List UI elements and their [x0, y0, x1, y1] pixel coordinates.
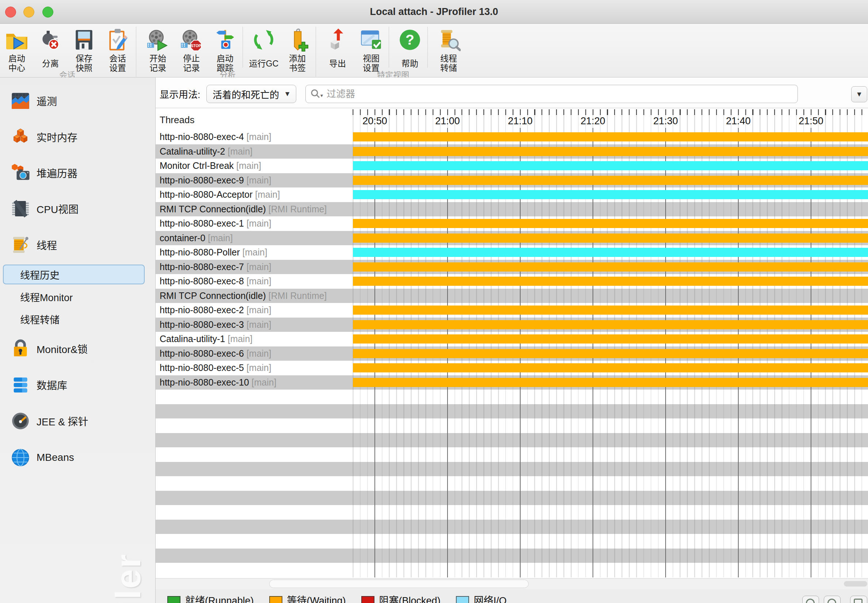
- toolbar-button-label: 停止 记录: [175, 54, 208, 73]
- toolbar-button-start-tracking[interactable]: 启动 跟踪: [208, 27, 242, 73]
- thread-state-bar-waiting: [353, 363, 868, 373]
- sidebar-item-遥测[interactable]: 遥测: [0, 88, 155, 114]
- start-center-icon: [0, 27, 34, 53]
- usage-dropdown[interactable]: 活着的和死亡的 ▼: [206, 85, 296, 103]
- thread-state-bar-waiting: [353, 334, 868, 343]
- toolbar-button-label: 会话 设置: [101, 54, 134, 73]
- sidebar-item-数据库[interactable]: 数据库: [0, 372, 155, 398]
- thread-row-label: Catalina-utility-2 [main]: [160, 146, 252, 157]
- empty-row: [156, 476, 868, 491]
- svg-text:STOP: STOP: [191, 44, 201, 48]
- toolbar-button-run-gc[interactable]: 运行GC: [247, 27, 281, 68]
- thread-row-label: http-nio-8080-exec-6 [main]: [160, 348, 272, 359]
- sidebar-subitem-线程转储[interactable]: 线程转储: [0, 309, 155, 329]
- databases-icon: [9, 373, 32, 396]
- cpu-views-icon: [9, 197, 32, 220]
- search-options-caret-icon: ▾: [320, 93, 323, 98]
- time-label: 21:00: [435, 116, 460, 127]
- toolbar-button-detach[interactable]: 分离: [34, 27, 67, 68]
- time-label: 21:30: [653, 116, 678, 127]
- view-settings-icon: [354, 27, 388, 53]
- sidebar-item-jee-探针[interactable]: JEE & 探针: [0, 408, 155, 434]
- thread-row-label: Monitor Ctrl-Break [main]: [160, 161, 261, 171]
- thread-state-bar-waiting: [353, 320, 868, 329]
- fit-timeline-button[interactable]: [850, 596, 867, 603]
- empty-row: [156, 433, 868, 448]
- thread-row[interactable]: RMI TCP Connection(idle) [RMI Runtime]: [156, 289, 868, 303]
- legend-swatch-waiting: [269, 596, 283, 603]
- thread-state-bar-waiting: [353, 233, 868, 243]
- stop-recording-icon: STOP: [175, 27, 208, 53]
- time-label: 21:50: [798, 116, 823, 127]
- toolbar-button-add-bookmark[interactable]: 添加 书签: [281, 27, 314, 73]
- detach-icon: [34, 27, 67, 53]
- chevron-down-icon: ▼: [284, 90, 291, 98]
- toolbar-button-session-settings[interactable]: 会话 设置: [101, 27, 134, 73]
- toolbar-group-separator: [316, 27, 316, 77]
- sidebar-item-堆遍历器[interactable]: 堆遍历器: [0, 160, 155, 186]
- toolbar-button-start-recording[interactable]: 开始 记录: [141, 27, 175, 73]
- thread-state-bar-net_io: [353, 161, 868, 170]
- thread-state-bar-waiting: [353, 349, 868, 358]
- empty-row: [156, 563, 868, 577]
- thread-state-bar-waiting: [353, 263, 868, 272]
- horizontal-scrollbar[interactable]: [156, 578, 868, 589]
- run-gc-icon: [247, 27, 281, 53]
- thread-row-label: http-nio-8080-exec-5 [main]: [160, 363, 272, 373]
- table-top-border: [156, 108, 868, 108]
- thread-state-bar-waiting: [353, 176, 868, 185]
- filter-input[interactable]: [326, 88, 797, 100]
- thread-history-view: 显示用法: 活着的和死亡的 ▼ ▾ ▼ Threads http-nio-808…: [156, 77, 868, 603]
- empty-row: [156, 462, 868, 476]
- zoom-out-button[interactable]: [824, 596, 840, 603]
- sidebar-item-monitor-锁[interactable]: Monitor&锁: [0, 336, 155, 362]
- zoom-in-button[interactable]: [802, 596, 819, 603]
- empty-row: [156, 419, 868, 433]
- filter-field: ▾: [306, 85, 798, 103]
- sidebar-subitem-线程monitor[interactable]: 线程Monitor: [0, 287, 155, 307]
- thread-row-label: RMI TCP Connection(idle) [RMI Runtime]: [160, 291, 327, 301]
- empty-row: [156, 520, 868, 534]
- sidebar-item-实时内存[interactable]: 实时内存: [0, 124, 155, 150]
- thread-row-label: http-nio-8080-exec-3 [main]: [160, 319, 272, 330]
- scrollbar-end-pill[interactable]: [844, 581, 867, 586]
- legend-swatch-blocked: [361, 596, 374, 603]
- toolbar-button-help[interactable]: ?帮助: [393, 27, 427, 68]
- start-tracking-icon: [208, 27, 242, 53]
- time-label: 21:10: [508, 116, 533, 127]
- thread-row-label: http-nio-8080-exec-9 [main]: [160, 175, 272, 186]
- legend-label: 网络I/O: [474, 593, 507, 603]
- toolbar-button-thread-dump[interactable]: 线程 转储: [432, 27, 465, 73]
- sidebar-item-cpu视图[interactable]: CPU视图: [0, 195, 155, 222]
- sidebar-item-mbeans[interactable]: MBeans: [0, 444, 155, 471]
- sidebar-item-label: Monitor&锁: [37, 341, 88, 356]
- toolbar-button-save-snapshot[interactable]: 保存 快照: [67, 27, 101, 73]
- legend-item-waiting: 等待(Waiting): [269, 593, 346, 603]
- sidebar-item-线程[interactable]: 线程: [0, 232, 155, 258]
- horizontal-scrollbar-thumb[interactable]: [269, 580, 528, 588]
- toolbar-button-label: 启动 中心: [0, 54, 34, 73]
- thread-row-label: http-nio-8080-Poller [main]: [160, 247, 267, 258]
- toolbar-button-stop-recording[interactable]: STOP停止 记录: [175, 27, 208, 73]
- toolbar-button-start-center[interactable]: 启动 中心: [0, 27, 34, 73]
- toolbar-button-export[interactable]: 导出: [321, 27, 354, 68]
- thread-state-bar-waiting: [353, 378, 868, 387]
- usage-label: 显示用法:: [160, 87, 200, 100]
- filter-history-button[interactable]: ▼: [851, 86, 867, 102]
- empty-row: [156, 549, 868, 563]
- sidebar-item-label: 堆遍历器: [37, 165, 77, 180]
- toolbar-button-label: 分离: [34, 59, 67, 68]
- timeline-ruler-ticks: [352, 109, 868, 115]
- legend-swatch-runnable: [167, 596, 181, 603]
- sidebar-item-label: 实时内存: [37, 130, 77, 144]
- sidebar-subitem-线程历史[interactable]: 线程历史: [0, 264, 155, 284]
- empty-row: [156, 491, 868, 506]
- monitors-locks-icon: [9, 337, 32, 360]
- toolbar-button-view-settings[interactable]: 视图 设置: [354, 27, 388, 73]
- legend-label: 阻塞(Blocked): [379, 593, 440, 603]
- legend-item-netio: 网络I/O: [456, 593, 507, 603]
- time-label: 20:50: [362, 116, 387, 127]
- add-bookmark-icon: [281, 27, 314, 53]
- start-recording-icon: [141, 27, 175, 53]
- thread-row[interactable]: RMI TCP Connection(idle) [RMI Runtime]: [156, 202, 868, 217]
